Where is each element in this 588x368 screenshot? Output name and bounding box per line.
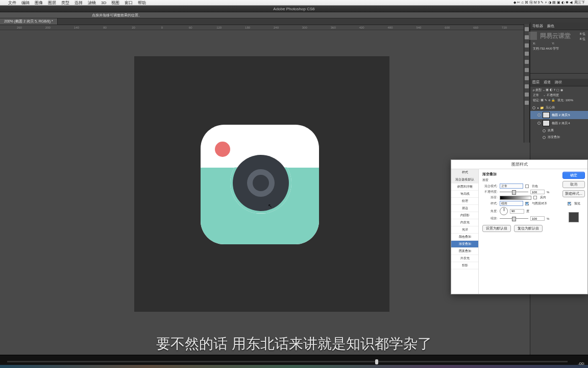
tab-paths[interactable]: 路径 [555,80,562,85]
panel-icon[interactable] [525,68,529,72]
angle-dial[interactable] [500,207,508,215]
tab-channels[interactable]: 通道 [544,80,551,85]
dither-label: 仿色 [532,184,538,189]
tab-layers[interactable]: 图层 [532,80,540,85]
menu-select[interactable]: 选择 [75,0,83,6]
panel-icon[interactable] [525,52,529,56]
dialog-style-list: 样式 混合选项:默认 斜面和浮雕 等高线 纹理 描边 内阴影 内发光 光泽 颜色… [451,169,479,294]
layer-row-selected[interactable]: 椭圆 2 拷贝 5 [530,111,588,119]
layer-effect-item[interactable]: 渐变叠加 [530,134,588,141]
blend-mode-select[interactable]: 正常 [500,183,523,189]
layer-row[interactable]: 椭圆 2 拷贝 4 [530,119,588,127]
opacity-unit: % [547,191,549,194]
folder-icon: ▸ 📁 [537,106,544,109]
style-item-bevel[interactable]: 斜面和浮雕 [451,183,478,191]
menu-file[interactable]: 文件 [8,0,16,6]
canvas-area[interactable]: ↖ [0,30,524,353]
align-checkbox[interactable] [525,202,529,205]
watermark-text: 网易云课堂 [540,32,571,40]
ruler-tick: 540 [404,26,433,29]
video-track[interactable] [7,361,568,362]
scale-slider[interactable] [500,218,528,219]
panel-icon[interactable] [525,93,529,97]
video-progress-bar[interactable]: -00: [0,355,588,368]
ruler-tick: 480 [376,26,405,29]
document-tab-bar: 200% (椭圆 2 拷贝 5, RGB/8) * [0,18,588,25]
menu-layer[interactable]: 图层 [48,0,56,6]
opacity-input[interactable] [530,190,545,194]
set-default-button[interactable]: 设置为默认值 [482,225,511,232]
menu-view[interactable]: 视图 [111,0,119,6]
angle-unit: 度 [526,209,529,214]
menu-type[interactable]: 类型 [61,0,69,6]
dither-checkbox[interactable] [525,185,529,188]
style-item-pattern-overlay[interactable]: 图案叠加 [451,248,478,255]
app-title: Adobe Photoshop CS6 [273,7,314,11]
style-item-styles[interactable]: 样式 [451,169,478,176]
style-select[interactable]: 线性 [500,201,523,206]
ruler-horizontal: 260 200 140 80 20 0 60 120 180 240 300 3… [0,25,524,30]
ruler-tick: 420 [348,26,376,29]
menu-window[interactable]: 窗口 [125,0,133,6]
effect-name: 渐变叠加 [548,135,560,140]
style-item-satin[interactable]: 光泽 [451,226,478,234]
style-item-inner-shadow[interactable]: 内阴影 [451,212,478,219]
ruler-tick: 720 [490,26,519,29]
style-item-blendopts[interactable]: 混合选项:默认 [451,176,478,183]
style-item-gradient-overlay[interactable]: 渐变叠加 [451,241,478,248]
opacity-slider[interactable] [500,192,528,192]
visibility-icon[interactable] [543,136,546,139]
panel-icon[interactable] [525,43,529,48]
visibility-icon[interactable] [532,106,535,109]
visibility-icon[interactable] [537,113,541,117]
document-tab-label: 200% (椭圆 2 拷贝 5, RGB/8) * [4,19,53,24]
menu-3d[interactable]: 3D [101,1,106,5]
layer-filter-row: ρ 类型 ⌄ ▣ ◐ T ▢ ◉ [533,88,585,93]
scale-input[interactable] [530,216,545,221]
reverse-checkbox[interactable] [533,196,537,199]
nav-panel-tabs: 导航器 颜色 [530,22,588,30]
tab-color[interactable]: 颜色 [547,24,554,29]
menu-filter[interactable]: 滤镜 [88,0,96,6]
panel-icon[interactable] [525,101,529,105]
panel-icon[interactable] [525,84,529,88]
panel-icon[interactable] [525,76,529,80]
blend-mode-label: 混合模式: [482,184,498,189]
style-item-color-overlay[interactable]: 颜色叠加 [451,234,478,241]
menu-edit[interactable]: 编辑 [21,0,30,6]
tab-navigator[interactable]: 导航器 [532,24,543,29]
ruler-tick: 260 [5,26,34,29]
new-style-button[interactable]: 新建样式... [562,190,585,197]
preview-checkbox[interactable] [568,202,571,205]
ok-button[interactable]: 确定 [562,172,585,179]
layer-group-name: 无心插 [546,105,555,110]
reset-default-button[interactable]: 复位为默认值 [514,225,543,232]
style-label: 样式: [482,201,498,206]
style-item-inner-glow[interactable]: 内发光 [451,219,478,226]
options-bar: 点按并拖移可调整效果的位置。 [0,12,588,18]
layer-blend-row: 正常 ⌄ 不透明度 [533,93,585,98]
angle-label: 角度: [482,209,498,214]
gradient-label: 渐变: [482,195,498,200]
layer-group-row[interactable]: ▸ 📁 无心插 [530,104,588,111]
menu-help[interactable]: 帮助 [138,0,146,6]
panel-icon[interactable] [525,60,529,64]
style-item-contour[interactable]: 等高线 [451,191,478,198]
style-item-outer-glow[interactable]: 外发光 [451,255,478,262]
gradient-picker[interactable] [500,196,531,200]
layer-effects-row[interactable]: 效果 [530,127,588,134]
watermark: 网易云课堂 [511,30,588,42]
document-tab[interactable]: 200% (椭圆 2 拷贝 5, RGB/8) * [0,18,58,25]
style-item-texture[interactable]: 纹理 [451,198,478,205]
cancel-button[interactable]: 取消 [562,181,585,188]
visibility-icon[interactable] [537,122,541,125]
menu-image[interactable]: 图像 [35,0,43,6]
video-scrubber-handle[interactable] [375,359,378,364]
visibility-icon[interactable] [543,129,546,132]
style-item-drop-shadow[interactable]: 投影 [451,262,478,269]
layers-panel: 图层 通道 路径 ρ 类型 ⌄ ▣ ◐ T ▢ ◉ 正常 ⌄ 不透明度 锁定: … [530,79,588,141]
ruler-tick: 660 [461,26,490,29]
style-item-stroke[interactable]: 描边 [451,205,478,212]
section-title: 渐变叠加 [482,172,556,177]
angle-input[interactable] [510,209,524,214]
